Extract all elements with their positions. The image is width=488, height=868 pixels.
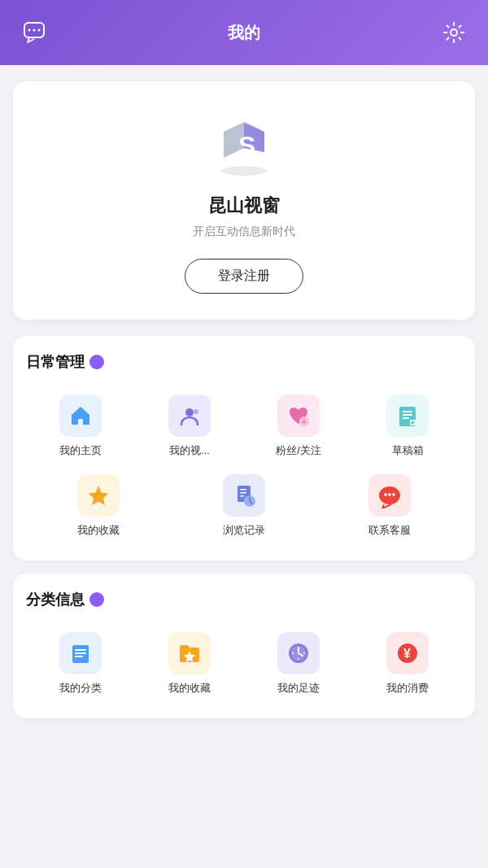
svg-point-24 (388, 493, 391, 496)
svg-point-1 (28, 29, 31, 32)
my-homepage-label: 我的主页 (59, 443, 102, 458)
customer-service-label: 联系客服 (368, 523, 411, 538)
svg-text:S: S (238, 131, 255, 160)
chat-icon[interactable] (20, 18, 49, 47)
footprint-clock-icon (277, 632, 320, 674)
svg-rect-20 (240, 492, 246, 494)
category-info-badge (89, 592, 104, 607)
header: 我的 (0, 0, 488, 65)
svg-point-35 (292, 652, 294, 654)
svg-rect-21 (240, 495, 244, 497)
svg-point-8 (194, 409, 198, 414)
my-consumption-label: 我的消费 (386, 681, 429, 696)
fans-follow-item[interactable]: + 粉丝/关注 (244, 388, 353, 465)
svg-rect-13 (403, 414, 412, 416)
draft-box-item[interactable]: 草稿箱 (353, 388, 462, 465)
app-slogan: 开启互动信息新时代 (193, 225, 295, 239)
daily-management-grid-row2: 我的收藏 浏览记录 (26, 468, 462, 544)
svg-point-7 (185, 408, 194, 417)
svg-rect-27 (75, 649, 86, 651)
star-folder-icon (168, 632, 211, 674)
svg-rect-19 (240, 489, 246, 491)
my-collection-item[interactable]: 我的收藏 (26, 468, 172, 544)
fans-follow-label: 粉丝/关注 (276, 443, 321, 458)
svg-point-36 (303, 652, 305, 654)
svg-point-23 (384, 493, 387, 496)
my-footprint-label: 我的足迹 (277, 681, 320, 696)
category-list-icon (59, 632, 102, 674)
my-video-item[interactable]: 我的视... (135, 388, 244, 465)
svg-point-34 (298, 658, 299, 660)
category-info-section: 分类信息 我的分类 我的收藏 (13, 574, 475, 718)
my-collection2-label: 我的收藏 (168, 681, 211, 696)
app-logo: S (207, 107, 281, 181)
svg-rect-29 (75, 656, 83, 657)
my-collection2-item[interactable]: 我的收藏 (135, 626, 244, 702)
my-video-label: 我的视... (169, 443, 210, 458)
svg-point-33 (298, 647, 299, 648)
customer-service-item[interactable]: 联系客服 (316, 468, 462, 544)
draft-icon (386, 395, 429, 437)
user-video-icon (168, 395, 211, 437)
svg-rect-28 (75, 652, 86, 654)
my-footprint-item[interactable]: 我的足迹 (244, 626, 353, 702)
svg-point-5 (221, 166, 267, 176)
svg-rect-12 (403, 411, 412, 412)
daily-management-title-row: 日常管理 (26, 352, 462, 372)
svg-point-2 (33, 29, 36, 32)
my-collection-label: 我的收藏 (77, 523, 120, 538)
daily-management-section: 日常管理 我的主页 我的视... (13, 336, 475, 560)
daily-management-title: 日常管理 (26, 352, 85, 372)
customer-service-icon (368, 474, 411, 517)
svg-marker-16 (89, 486, 108, 505)
home-icon (59, 395, 102, 437)
app-name: 昆山视窗 (208, 194, 280, 218)
browse-history-label: 浏览记录 (223, 523, 265, 538)
my-category-label: 我的分类 (59, 681, 102, 696)
svg-rect-14 (403, 417, 409, 419)
page-title: 我的 (228, 22, 260, 44)
category-info-title-row: 分类信息 (26, 590, 462, 609)
svg-point-3 (38, 29, 41, 32)
browse-history-item[interactable]: 浏览记录 (172, 468, 317, 544)
category-info-title: 分类信息 (26, 590, 85, 609)
profile-card: S 昆山视窗 开启互动信息新时代 登录注册 (13, 81, 475, 320)
history-icon (223, 474, 265, 517)
my-category-item[interactable]: 我的分类 (26, 626, 135, 702)
my-homepage-item[interactable]: 我的主页 (26, 388, 135, 465)
draft-box-label: 草稿箱 (392, 443, 424, 458)
heart-icon: + (277, 395, 320, 437)
login-register-button[interactable]: 登录注册 (185, 259, 303, 294)
category-info-grid: 我的分类 我的收藏 (26, 626, 462, 702)
svg-text:¥: ¥ (403, 647, 411, 661)
svg-point-25 (392, 493, 395, 496)
daily-management-grid-row1: 我的主页 我的视... + 粉丝/关注 (26, 388, 462, 465)
star-icon (77, 474, 120, 517)
svg-text:+: + (302, 417, 307, 426)
svg-point-4 (451, 29, 457, 36)
my-consumption-item[interactable]: ¥ 我的消费 (353, 626, 462, 702)
daily-management-badge (89, 355, 104, 369)
consumption-yen-icon: ¥ (386, 632, 429, 674)
settings-icon[interactable] (439, 18, 468, 47)
